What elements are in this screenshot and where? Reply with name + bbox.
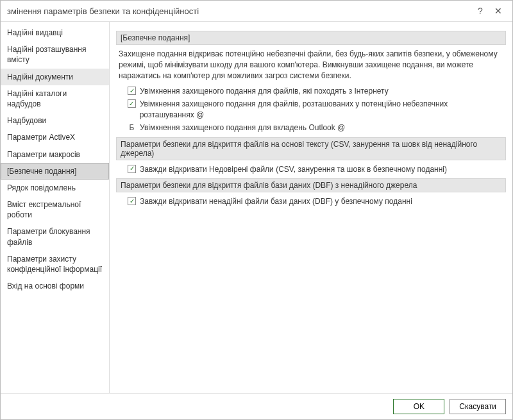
sidebar-item-label: Параметри блокування файлів (7, 227, 90, 246)
sidebar-item-8[interactable]: Рядок повідомлень (1, 180, 109, 196)
titlebar: змінення параметрів безпеки та конфіденц… (1, 1, 512, 22)
sidebar-item-label: Надбудови (7, 116, 46, 125)
dialog-footer: OK Скасувати (1, 393, 512, 419)
sidebar-item-label: Параметри ActiveX (7, 133, 75, 142)
ok-button[interactable]: OK (393, 399, 444, 414)
checkbox-icon[interactable]: ✓ (128, 197, 136, 205)
protected-view-option-0: ✓Увімкнення захищеного подання для файлі… (128, 86, 503, 97)
section-protected-view-header: [Безпечне подання] (116, 31, 506, 45)
option-prefix-letter: Б (128, 122, 136, 133)
protected-view-option-1: ✓Увімкнення захищеного подання для файлі… (128, 99, 503, 121)
dbf-files-option-0: ✓Завжди відкривати ненадійні файли бази … (128, 196, 503, 207)
option-label: Увімкнення захищеного подання для файлів… (140, 99, 503, 121)
trust-center-window: змінення параметрів безпеки та конфіденц… (0, 0, 513, 420)
sidebar-item-4[interactable]: Надбудови (1, 112, 109, 129)
checkbox-icon[interactable]: ✓ (128, 165, 136, 173)
option-label: Увімкнення захищеного подання для файлів… (140, 86, 389, 97)
sidebar-item-12[interactable]: Вхід на основі форми (1, 278, 109, 294)
option-label: Завжди відкривати ненадійні файли бази д… (140, 196, 412, 207)
sidebar-item-label: Рядок повідомлень (7, 183, 76, 192)
sidebar-item-10[interactable]: Параметри блокування файлів (1, 223, 109, 250)
sidebar-list: Надійні видавціНадійні розташування вміс… (1, 24, 109, 294)
sidebar-item-label: [Безпечне подання] (7, 167, 76, 176)
sidebar-item-6[interactable]: Параметри макросів (1, 146, 109, 163)
dialog-body: Надійні видавціНадійні розташування вміс… (1, 22, 512, 393)
sidebar-item-5[interactable]: Параметри ActiveX (1, 129, 109, 146)
sidebar-item-label: Параметри макросів (7, 150, 80, 159)
close-icon[interactable]: ✕ (489, 4, 507, 17)
cancel-button[interactable]: Скасувати (450, 399, 506, 414)
sidebar-item-0[interactable]: Надійні видавці (1, 24, 109, 41)
checkbox-icon[interactable]: ✓ (128, 87, 136, 95)
option-label: Увімкнення захищеного подання для вкладе… (140, 122, 345, 133)
sidebar-item-3[interactable]: Надійні каталоги надбудов (1, 85, 109, 112)
sidebar-item-2[interactable]: Надійні документи (1, 69, 109, 85)
help-icon[interactable]: ? (471, 4, 489, 17)
sidebar-item-11[interactable]: Параметри захисту конфіденційної інформа… (1, 251, 109, 278)
sidebar-item-label: Надійні каталоги надбудов (7, 89, 67, 108)
sidebar-item-9[interactable]: Вміст екстремальної роботи (1, 196, 109, 223)
window-title: змінення параметрів безпеки та конфіденц… (7, 6, 471, 16)
protected-view-option-2: БУвімкнення захищеного подання для вклад… (128, 122, 503, 133)
sidebar-item-label: Параметри захисту конфіденційної інформа… (7, 255, 102, 274)
section-dbf-files-header: Параметри безпеки для відкриття файлів б… (116, 178, 506, 192)
sidebar-item-label: Вхід на основі форми (7, 281, 84, 290)
sidebar-item-label: Надійні документи (7, 72, 73, 81)
sidebar-item-label: Надійні розташування вмісту (7, 45, 86, 64)
option-label: Завжди відкривати Недовірені файли (CSV,… (140, 164, 447, 175)
sidebar: Надійні видавціНадійні розташування вміс… (1, 22, 110, 393)
protected-view-description: Захищене подання відкриває потенційно не… (119, 49, 503, 81)
sidebar-item-1[interactable]: Надійні розташування вмісту (1, 41, 109, 68)
section-text-files-header: Параметри безпеки для відкриття файлів н… (116, 137, 506, 160)
text-files-option-0: ✓Завжди відкривати Недовірені файли (CSV… (128, 164, 503, 175)
checkbox-icon[interactable]: ✓ (128, 99, 136, 108)
sidebar-item-label: Вміст екстремальної роботи (7, 200, 81, 219)
main-panel: [Безпечне подання] Захищене подання відк… (110, 22, 512, 393)
sidebar-item-label: Надійні видавці (7, 28, 63, 37)
sidebar-item-7[interactable]: [Безпечне подання] (1, 163, 109, 180)
